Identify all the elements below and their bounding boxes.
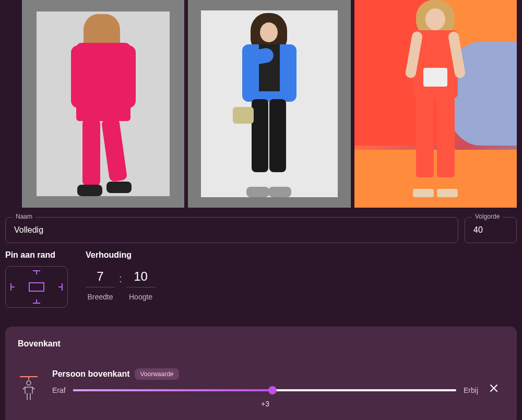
pin-edge-control[interactable] xyxy=(5,266,68,308)
slider-right-label: Erbij xyxy=(464,386,478,394)
slider-left-label: Eraf xyxy=(52,386,66,394)
svg-point-2 xyxy=(27,381,31,385)
ratio-height-label: Hoogte xyxy=(129,293,152,301)
slider-track[interactable] xyxy=(73,386,456,394)
order-label: Volgorde xyxy=(472,213,503,220)
image-card[interactable] xyxy=(188,0,350,208)
condition-badge[interactable]: Voorwaarde xyxy=(135,368,179,380)
image-card[interactable] xyxy=(22,0,184,208)
ratio-height-input[interactable] xyxy=(126,266,156,287)
pin-top-icon xyxy=(33,270,40,271)
pin-left-icon xyxy=(10,283,11,291)
panel-title: Bovenkant xyxy=(18,339,504,349)
pin-bottom-icon xyxy=(33,303,40,304)
close-button[interactable] xyxy=(483,383,504,393)
slider-thumb[interactable] xyxy=(268,386,277,394)
pin-right-icon xyxy=(62,283,63,291)
pin-title: Pin aan rand xyxy=(5,250,68,260)
image-gallery xyxy=(22,0,517,208)
ratio-title: Verhouding xyxy=(86,250,156,260)
name-field-wrap: Naam xyxy=(5,217,458,243)
order-field-wrap: Volgorde xyxy=(465,217,517,243)
ratio-width-label: Breedte xyxy=(87,293,113,301)
image-card[interactable] xyxy=(354,0,517,208)
ratio-width-input[interactable] xyxy=(86,266,115,287)
close-icon xyxy=(489,383,499,393)
name-label: Naam xyxy=(13,213,35,220)
top-panel: Bovenkant Persoon bovenkant Voorwaarde E… xyxy=(5,327,517,420)
person-top-icon xyxy=(18,374,40,403)
ratio-colon: : xyxy=(119,273,122,285)
pin-center-icon xyxy=(29,282,44,292)
order-input[interactable] xyxy=(465,217,517,243)
slider-title: Persoon bovenkant xyxy=(52,369,129,379)
slider-value: +3 xyxy=(52,400,478,408)
name-input[interactable] xyxy=(5,217,458,243)
